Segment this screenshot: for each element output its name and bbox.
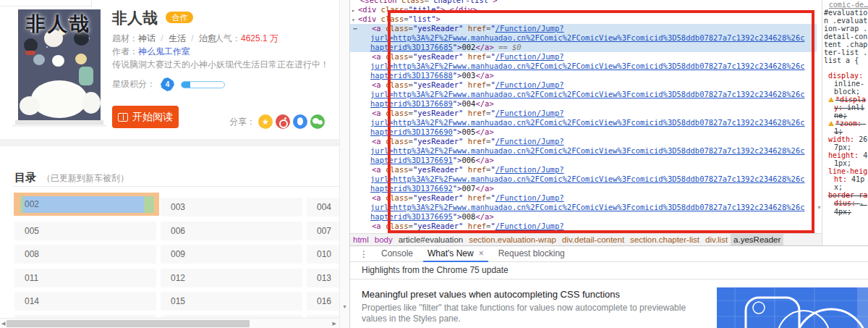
dom-tree-line[interactable]: jurl=http%3A%2F%2Fwww.manhuadao.cn%2FCom… bbox=[350, 203, 817, 212]
breadcrumb-item[interactable]: section.evaluation-wrap bbox=[466, 234, 559, 246]
genre-tag[interactable]: 治愈 bbox=[199, 33, 216, 43]
css-property[interactable]: display: inline-block; bbox=[824, 72, 868, 96]
author-link[interactable]: 神么鬼工作室 bbox=[138, 46, 190, 56]
dom-tree-line[interactable]: <a class="yesReader" href="/Function/Jum… bbox=[350, 193, 817, 203]
dom-tree-line[interactable]: <a class="yesReader" href="/Function/Jum… bbox=[350, 52, 817, 62]
chapter-item[interactable]: 014 bbox=[14, 292, 156, 311]
scroll-down-icon[interactable]: ▼ bbox=[342, 304, 347, 309]
dom-tree-line[interactable]: hapterid%3D1376691">006</a> bbox=[350, 156, 817, 165]
dom-tree-line[interactable]: hapterid%3D1376689">004</a> bbox=[350, 99, 817, 109]
start-reading-button[interactable]: 开始阅读 bbox=[112, 106, 179, 128]
attr-value-token: "> bbox=[453, 184, 462, 193]
expand-longhand-icon[interactable]: ▸ bbox=[860, 201, 867, 207]
href-link[interactable]: jurl=http%3A%2F%2Fwww.manhuadao.cn%2FCom… bbox=[370, 90, 805, 98]
tree-scroll-down-icon[interactable]: ▼ bbox=[817, 205, 822, 210]
breadcrumb-item[interactable]: article#evaluation bbox=[396, 234, 467, 246]
dom-tree-line[interactable]: <a class="yesReader" href="/Function/Jum… bbox=[350, 80, 817, 90]
dom-tree-line[interactable]: <a class="yesReader" href="/Function/Jum… bbox=[350, 165, 817, 174]
href-link[interactable]: hapterid%3D1376690 bbox=[370, 127, 453, 136]
href-link[interactable]: /Function/Jump? bbox=[495, 109, 564, 117]
breadcrumb-item[interactable]: div.detail-content bbox=[559, 234, 627, 246]
href-link[interactable]: hapterid%3D1376685 bbox=[370, 43, 453, 51]
css-selector[interactable]: #evaluation .evaluation-wrap .detail-con… bbox=[824, 9, 868, 64]
dom-tree-line[interactable]: <a class="yesReader" href="/Function/Jum… bbox=[350, 109, 817, 118]
chapter-item[interactable]: 005 bbox=[14, 222, 156, 240]
href-link[interactable]: hapterid%3D1376691 bbox=[370, 156, 453, 164]
qzone-icon[interactable]: ★ bbox=[258, 114, 273, 129]
breadcrumb-item[interactable]: html bbox=[350, 234, 372, 246]
href-link[interactable]: /Function/Jump? bbox=[495, 80, 564, 89]
css-property[interactable]: *display: inline; bbox=[824, 96, 868, 119]
qq-icon[interactable] bbox=[293, 114, 307, 129]
scroll-right-icon[interactable]: ▶ bbox=[333, 321, 336, 327]
drawer-tab-request-blocking[interactable]: Request blocking bbox=[491, 246, 572, 262]
href-link[interactable]: jurl=http%3A%2F%2Fwww.manhuadao.cn%2FCom… bbox=[370, 118, 805, 127]
dom-tree-line[interactable]: jurl=http%3A%2F%2Fwww.manhuadao.cn%2FCom… bbox=[350, 90, 817, 99]
href-link[interactable]: /Function/Jump? bbox=[495, 222, 564, 230]
drawer-menu-icon[interactable]: ⋮ bbox=[350, 249, 374, 259]
css-property[interactable]: height: 41px; bbox=[824, 151, 868, 167]
horizontal-scroll-thumb[interactable] bbox=[7, 320, 250, 327]
selected-dom-node[interactable]: ⋯<a class="yesReader" href="/Function/Ju… bbox=[350, 24, 817, 52]
page-horizontal-scrollbar[interactable]: ◀ ▶ bbox=[0, 318, 339, 328]
chapter-item[interactable]: 008 bbox=[14, 245, 156, 264]
dom-tree-line[interactable]: hapterid%3D1376685">002</a> == $0 bbox=[350, 43, 817, 52]
chapter-item[interactable]: 009 bbox=[161, 245, 302, 264]
href-link[interactable]: jurl=http%3A%2F%2Fwww.manhuadao.cn%2FCom… bbox=[370, 174, 805, 183]
genre-tag[interactable]: 神话 bbox=[138, 33, 156, 43]
href-link[interactable]: jurl=http%3A%2F%2Fwww.manhuadao.cn%2FCom… bbox=[370, 33, 805, 42]
chapter-item[interactable]: 006 bbox=[161, 222, 302, 240]
dom-tree-line[interactable]: <section class="chapter-list"> bbox=[350, 0, 817, 5]
chapter-item[interactable]: 012 bbox=[161, 269, 302, 287]
css-property[interactable]: line-height: 41px; bbox=[824, 167, 868, 191]
dom-tree-line[interactable]: ▾<div class="list"> bbox=[350, 14, 817, 24]
href-link[interactable]: /Function/Jump? bbox=[495, 52, 564, 61]
href-link[interactable]: hapterid%3D1376695 bbox=[370, 212, 453, 221]
css-property[interactable]: width: 267px; bbox=[824, 135, 868, 151]
breadcrumb-item[interactable]: section.chapter-list bbox=[627, 234, 702, 246]
dom-tree-line[interactable]: <a class="yesReader" href="/Function/Jum… bbox=[350, 24, 817, 33]
dom-tree-line[interactable]: jurl=http%3A%2F%2Fwww.manhuadao.cn%2FCom… bbox=[350, 118, 817, 127]
dom-tree-line[interactable]: jurl=http%3A%2F%2Fwww.manhuadao.cn%2FCom… bbox=[350, 174, 817, 184]
dom-tree-line[interactable]: jurl=http%3A%2F%2Fwww.manhuadao.cn%2FCom… bbox=[350, 146, 817, 156]
chapter-item[interactable]: 003 bbox=[161, 198, 302, 216]
href-link[interactable]: /Function/Jump? bbox=[495, 137, 564, 146]
comic-cover[interactable]: 非人哉 bbox=[18, 9, 101, 120]
page-vertical-scrollbar[interactable]: ▼ bbox=[339, 0, 349, 328]
css-property[interactable]: border-radius: ▸ 4px; bbox=[824, 191, 868, 216]
dom-tree-line[interactable]: jurl=http%3A%2F%2Fwww.manhuadao.cn%2FCom… bbox=[350, 33, 817, 43]
close-icon[interactable]: × bbox=[479, 248, 484, 258]
href-link[interactable]: /Function/Jump? bbox=[495, 193, 564, 202]
drawer-tab-console[interactable]: Console bbox=[374, 246, 420, 262]
chapter-item[interactable]: 015 bbox=[161, 292, 302, 311]
breadcrumb-item[interactable]: body bbox=[372, 234, 396, 246]
href-link[interactable]: jurl=http%3A%2F%2Fwww.manhuadao.cn%2FCom… bbox=[370, 62, 805, 70]
dom-tree-line[interactable]: hapterid%3D1376690">005</a> bbox=[350, 127, 817, 137]
weibo-icon[interactable] bbox=[276, 114, 290, 129]
chapter-item[interactable]: 002 bbox=[23, 196, 144, 213]
chapter-item[interactable]: 011 bbox=[14, 269, 156, 287]
href-link[interactable]: jurl=http%3A%2F%2Fwww.manhuadao.cn%2FCom… bbox=[370, 146, 805, 155]
breadcrumb-item[interactable]: div.list bbox=[702, 234, 731, 246]
href-link[interactable]: jurl=http%3A%2F%2Fwww.manhuadao.cn%2FCom… bbox=[370, 203, 805, 211]
stylesheet-link[interactable]: comic-de… bbox=[824, 1, 868, 9]
href-link[interactable]: /Function/Jump? bbox=[495, 24, 564, 33]
dom-tree-line[interactable]: hapterid%3D1376688">003</a> bbox=[350, 71, 817, 80]
dom-tree-line[interactable]: hapterid%3D1376695">008</a> bbox=[350, 212, 817, 222]
dom-tree-line[interactable]: hapterid%3D1376692">007</a> bbox=[350, 184, 817, 193]
href-link[interactable]: hapterid%3D1376688 bbox=[370, 71, 453, 80]
dom-tree-line[interactable]: jurl=http%3A%2F%2Fwww.manhuadao.cn%2FCom… bbox=[350, 62, 817, 71]
href-link[interactable]: hapterid%3D1376692 bbox=[370, 184, 453, 193]
node-menu-icon[interactable]: ⋯ bbox=[353, 24, 357, 33]
href-link[interactable]: /Function/Jump? bbox=[495, 165, 564, 174]
genre-tag[interactable]: 生活 bbox=[169, 33, 186, 43]
dom-tree-line[interactable]: <a class="yesReader" href="/Function/Jum… bbox=[350, 222, 817, 231]
dom-tree-line[interactable]: <a class="yesReader" href="/Function/Jum… bbox=[350, 137, 817, 146]
drawer-tab-what-s-new[interactable]: What's New× bbox=[420, 246, 491, 262]
dom-tree-line[interactable]: ▸<div class="title">…</div> bbox=[350, 5, 817, 14]
css-property[interactable]: *zoom: 1; bbox=[824, 119, 868, 135]
breadcrumb-item[interactable]: a.yesReader bbox=[731, 234, 783, 246]
href-link[interactable]: hapterid%3D1376689 bbox=[370, 99, 453, 108]
scroll-left-icon[interactable]: ◀ bbox=[1, 321, 5, 327]
wechat-icon[interactable] bbox=[310, 114, 325, 129]
